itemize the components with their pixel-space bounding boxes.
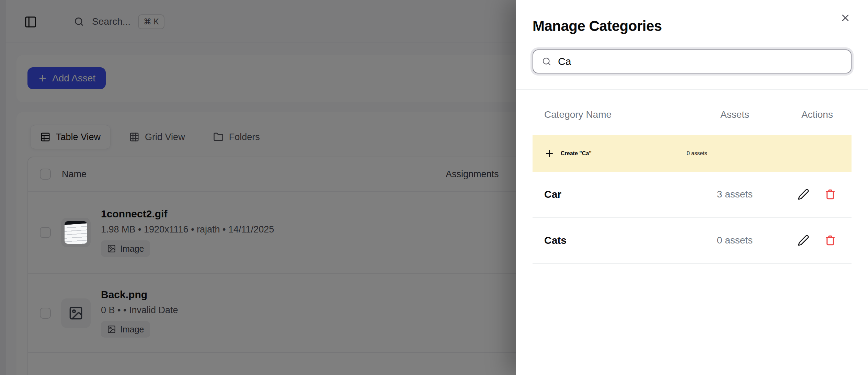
close-button[interactable] bbox=[840, 11, 854, 25]
category-search-box bbox=[533, 49, 852, 73]
column-assets: Assets bbox=[687, 109, 783, 120]
manage-categories-modal: Manage Categories Category Name Assets A… bbox=[516, 0, 868, 375]
divider bbox=[533, 263, 852, 264]
column-category-name: Category Name bbox=[533, 109, 687, 120]
category-assets-count: 0 assets bbox=[687, 235, 783, 246]
search-icon bbox=[541, 56, 552, 67]
category-row: Car 3 assets bbox=[533, 172, 852, 217]
delete-category-button[interactable] bbox=[824, 234, 837, 247]
trash-icon bbox=[824, 189, 837, 200]
create-category-assets-count: 0 assets bbox=[687, 150, 783, 157]
modal-title: Manage Categories bbox=[533, 18, 852, 34]
edit-category-button[interactable] bbox=[798, 234, 810, 247]
category-search-input[interactable] bbox=[558, 56, 843, 67]
category-table-header: Category Name Assets Actions bbox=[533, 90, 852, 135]
thumbnail-preview bbox=[65, 221, 87, 244]
pencil-icon bbox=[798, 235, 810, 246]
category-name: Car bbox=[533, 189, 687, 200]
delete-category-button[interactable] bbox=[824, 188, 837, 201]
plus-icon bbox=[544, 148, 555, 159]
category-row: Cats 0 assets bbox=[533, 218, 852, 263]
edit-category-button[interactable] bbox=[798, 188, 810, 201]
category-assets-count: 3 assets bbox=[687, 189, 783, 200]
close-icon bbox=[840, 12, 854, 23]
pencil-icon bbox=[798, 189, 810, 200]
create-category-row[interactable]: Create "Ca" 0 assets bbox=[533, 135, 852, 172]
category-name: Cats bbox=[533, 235, 687, 246]
trash-icon bbox=[824, 235, 837, 246]
create-category-label: Create "Ca" bbox=[561, 150, 592, 157]
column-actions: Actions bbox=[783, 109, 852, 120]
